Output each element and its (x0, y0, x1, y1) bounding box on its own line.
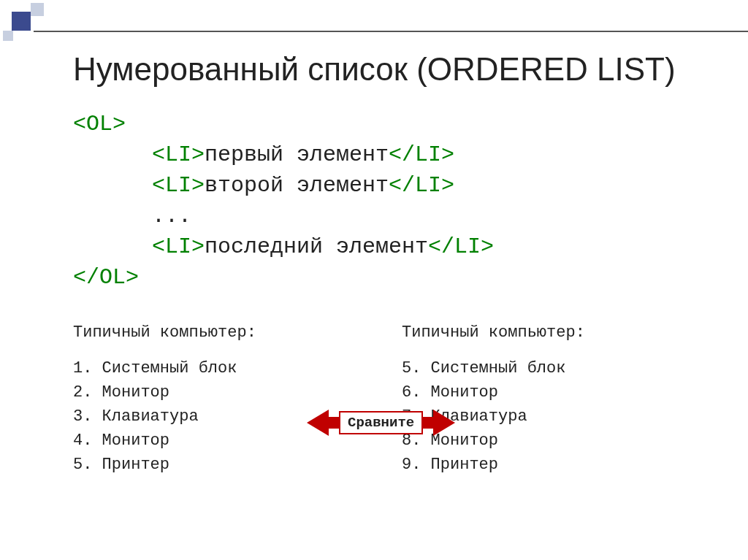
list-item: 5. Принтер (73, 453, 336, 477)
compare-label: Сравните (339, 411, 423, 434)
code-text: первый элемент (205, 142, 389, 167)
code-tag: <OL> (73, 112, 126, 137)
code-tag: </LI> (389, 142, 454, 167)
code-dots: ... (152, 204, 191, 229)
list-item: 3. Клавиатура (73, 404, 336, 429)
code-text: второй элемент (205, 173, 389, 198)
code-tag: <LI> (152, 173, 205, 198)
slide-title: Нумерованный список (ORDERED LIST) (73, 51, 704, 88)
slide-content: Нумерованный список (ORDERED LIST) <OL> … (0, 0, 748, 477)
code-tag: </LI> (389, 173, 454, 198)
list-item: 6. Монитор (402, 380, 636, 404)
example-heading: Типичный компьютер: (402, 321, 636, 345)
example-left: Типичный компьютер: 1. Системный блок 2.… (73, 321, 336, 477)
slide-divider (34, 31, 748, 32)
arrow-stem (329, 417, 339, 429)
example-heading: Типичный компьютер: (73, 321, 336, 345)
code-block: <OL> <LI>первый элемент</LI> <LI>второй … (73, 109, 704, 293)
arrow-stem (423, 417, 433, 429)
list-item: 4. Монитор (73, 429, 336, 453)
deco-square (12, 12, 31, 31)
slide-corner-decoration (3, 3, 47, 47)
code-text: последний элемент (205, 234, 428, 259)
list-item: 1. Системный блок (73, 356, 336, 380)
examples-row: Типичный компьютер: 1. Системный блок 2.… (73, 321, 704, 477)
list-item: 2. Монитор (73, 380, 336, 404)
list-item: 5. Системный блок (402, 356, 636, 380)
compare-callout: Сравните (307, 410, 455, 436)
deco-square (31, 3, 44, 16)
list-item: 9. Принтер (402, 453, 636, 477)
deco-square (3, 31, 13, 41)
code-tag: </LI> (428, 234, 494, 259)
code-tag: <LI> (152, 142, 205, 167)
arrow-right-icon (433, 410, 455, 436)
code-tag: <LI> (152, 234, 205, 259)
arrow-left-icon (307, 410, 329, 436)
code-tag: </OL> (73, 265, 139, 290)
example-right: Типичный компьютер: 5. Системный блок 6.… (402, 321, 636, 477)
